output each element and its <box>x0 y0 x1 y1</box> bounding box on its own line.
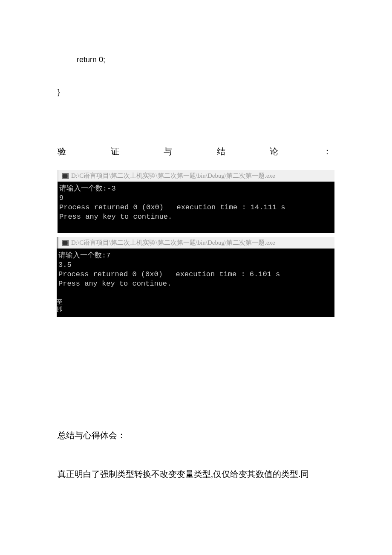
console-line: 请输入一个数:-3 <box>59 184 333 194</box>
side-mark: 卽 <box>57 306 63 313</box>
summary-heading: 总结与心得体会： <box>58 428 334 443</box>
section-header-verification: 验 证 与 结 论 ： <box>58 146 334 157</box>
header-char: ： <box>323 146 332 157</box>
console-line: 请输入一个数:7 <box>58 251 333 260</box>
header-char: 论 <box>270 146 279 157</box>
console-output: 请输入一个数:-3 9 Process returned 0 (0x0) exe… <box>58 182 334 233</box>
summary-section: 总结与心得体会： 真正明白了强制类型转换不改变变量类型,仅仅给变其数值的类型.同 <box>58 428 334 482</box>
header-char: 结 <box>217 146 226 157</box>
header-char: 验 <box>58 146 67 157</box>
console-line: 9 <box>59 194 333 203</box>
console-line: 3.5 <box>58 260 333 270</box>
console-icon <box>62 240 69 246</box>
side-mark: 至 <box>57 299 63 306</box>
code-closing-brace: } <box>58 88 334 97</box>
document-content: return 0; } 验 证 与 结 论 ： D:\C语言项目\第二次上机实验… <box>0 0 392 539</box>
summary-body: 真正明白了强制类型转换不改变变量类型,仅仅给变其数值的类型.同 <box>58 466 334 482</box>
console-titlebar: D:\C语言项目\第二次上机实验\第二次第一题\bin\Debug\第二次第一题… <box>58 170 334 182</box>
console-icon <box>62 173 69 179</box>
code-return-statement: return 0; <box>58 55 334 64</box>
console-window-1: D:\C语言项目\第二次上机实验\第二次第一题\bin\Debug\第二次第一题… <box>58 170 334 233</box>
console-line: Press any key to continue. <box>58 279 333 289</box>
console-window-2: D:\C语言项目\第二次上机实验\第二次第一题\bin\Debug\第二次第一题… <box>57 237 334 317</box>
console-output: 请输入一个数:7 3.5 Process returned 0 (0x0) ex… <box>57 249 334 317</box>
console-line: Process returned 0 (0x0) execution time … <box>59 203 333 212</box>
console-title-text: D:\C语言项目\第二次上机实验\第二次第一题\bin\Debug\第二次第一题… <box>71 172 275 180</box>
console-line: Process returned 0 (0x0) execution time … <box>58 270 333 279</box>
console-line: Press any key to continue. <box>59 212 333 222</box>
side-annotations: 至 卽 <box>57 299 63 313</box>
header-char: 与 <box>164 146 173 157</box>
console-titlebar: D:\C语言项目\第二次上机实验\第二次第一题\bin\Debug\第二次第一题… <box>57 237 334 249</box>
header-char: 证 <box>111 146 120 157</box>
console-title-text: D:\C语言项目\第二次上机实验\第二次第一题\bin\Debug\第二次第一题… <box>71 239 275 247</box>
